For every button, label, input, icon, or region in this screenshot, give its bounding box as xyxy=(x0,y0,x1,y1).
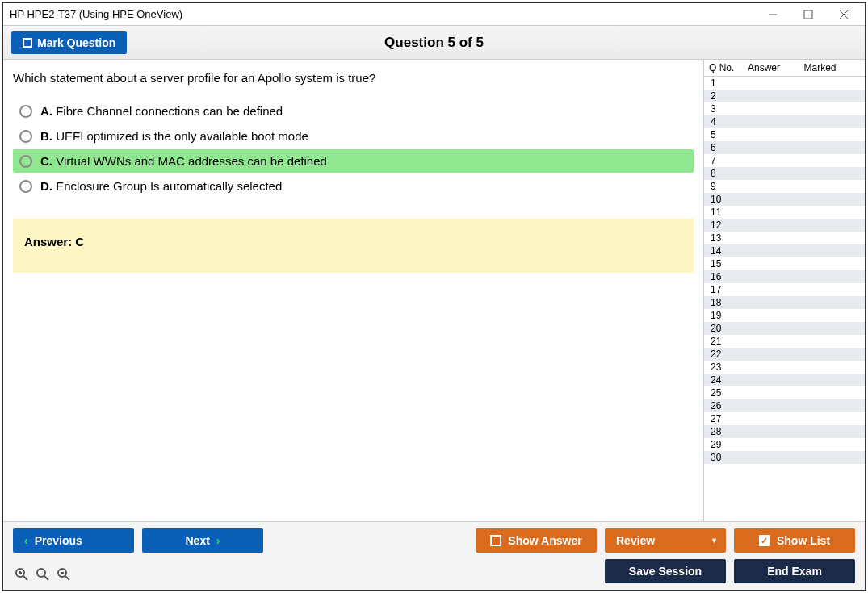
col-header-answer: Answer xyxy=(748,62,804,73)
chevron-right-icon: › xyxy=(216,534,220,547)
save-session-button[interactable]: Save Session xyxy=(605,559,726,583)
radio-icon xyxy=(19,105,32,118)
question-list-row[interactable]: 30 xyxy=(704,451,865,464)
option-C[interactable]: C. Virtual WWNs and MAC addresses can be… xyxy=(13,149,694,173)
checkbox-icon xyxy=(23,38,32,48)
question-list-row[interactable]: 13 xyxy=(704,232,865,244)
bottom-bar: ‹ Previous Next › Show Answer Review ▼ S… xyxy=(3,521,865,590)
question-list-row[interactable]: 12 xyxy=(704,219,865,232)
question-list-row[interactable]: 28 xyxy=(704,425,865,438)
zoom-reset-icon[interactable] xyxy=(34,566,52,583)
question-list-row[interactable]: 25 xyxy=(704,386,865,399)
show-list-label: Show List xyxy=(777,534,830,547)
question-area: Which statement about a server profile f… xyxy=(3,60,703,521)
question-list-row[interactable]: 4 xyxy=(704,115,865,128)
zoom-out-icon[interactable] xyxy=(55,566,73,583)
col-header-marked: Marked xyxy=(804,62,861,73)
header-bar: Mark Question Question 5 of 5 xyxy=(3,26,865,60)
question-list-row[interactable]: 10 xyxy=(704,193,865,206)
close-button[interactable] xyxy=(826,4,862,25)
option-B[interactable]: B. UEFI optimized is the only available … xyxy=(13,124,694,148)
question-list-row[interactable]: 24 xyxy=(704,374,865,386)
question-list-row[interactable]: 8 xyxy=(704,167,865,180)
question-list-row[interactable]: 22 xyxy=(704,348,865,361)
checkbox-icon xyxy=(490,535,501,546)
next-button[interactable]: Next › xyxy=(142,528,263,553)
question-list-row[interactable]: 3 xyxy=(704,102,865,115)
end-exam-button[interactable]: End Exam xyxy=(734,559,855,583)
option-D[interactable]: D. Enclosure Group Is automatically sele… xyxy=(13,174,694,198)
question-text: Which statement about a server profile f… xyxy=(13,71,694,85)
question-list-row[interactable]: 9 xyxy=(704,180,865,193)
question-list-row[interactable]: 14 xyxy=(704,244,865,257)
question-list-row[interactable]: 15 xyxy=(704,257,865,270)
question-list-row[interactable]: 18 xyxy=(704,296,865,309)
question-list-row[interactable]: 29 xyxy=(704,438,865,451)
question-list-row[interactable]: 20 xyxy=(704,322,865,335)
maximize-button[interactable] xyxy=(790,4,826,25)
radio-icon xyxy=(19,130,32,143)
review-label: Review xyxy=(616,534,655,547)
question-list-row[interactable]: 19 xyxy=(704,309,865,322)
mark-question-button[interactable]: Mark Question xyxy=(11,31,127,54)
chevron-left-icon: ‹ xyxy=(24,534,28,547)
svg-line-5 xyxy=(23,576,27,580)
end-exam-label: End Exam xyxy=(767,565,822,578)
minimize-button[interactable] xyxy=(755,4,790,25)
radio-icon xyxy=(19,155,32,168)
question-list-row[interactable]: 16 xyxy=(704,270,865,283)
zoom-in-icon[interactable] xyxy=(13,566,31,583)
question-list-row[interactable]: 7 xyxy=(704,154,865,167)
show-list-button[interactable]: Show List xyxy=(734,528,855,553)
next-label: Next xyxy=(185,534,209,547)
answer-box: Answer: C xyxy=(13,219,694,273)
question-list-row[interactable]: 17 xyxy=(704,283,865,296)
question-list-row[interactable]: 1 xyxy=(704,77,865,90)
checkbox-checked-icon xyxy=(759,535,770,546)
review-dropdown[interactable]: Review ▼ xyxy=(605,528,726,553)
option-label: B. UEFI optimized is the only available … xyxy=(40,129,308,143)
question-list-row[interactable]: 6 xyxy=(704,141,865,154)
question-counter: Question 5 of 5 xyxy=(384,35,484,51)
question-list-row[interactable]: 5 xyxy=(704,128,865,141)
option-label: D. Enclosure Group Is automatically sele… xyxy=(40,179,282,193)
svg-rect-1 xyxy=(804,10,812,19)
option-label: A. Fibre Channel connections can be defi… xyxy=(40,104,283,118)
question-list-row[interactable]: 2 xyxy=(704,90,865,102)
svg-line-11 xyxy=(65,576,69,580)
previous-label: Previous xyxy=(35,534,82,547)
option-label: C. Virtual WWNs and MAC addresses can be… xyxy=(40,154,327,168)
question-list-row[interactable]: 23 xyxy=(704,361,865,374)
radio-icon xyxy=(19,180,32,193)
chevron-down-icon: ▼ xyxy=(711,537,718,545)
show-answer-label: Show Answer xyxy=(508,534,581,547)
previous-button[interactable]: ‹ Previous xyxy=(13,528,134,553)
question-list-row[interactable]: 26 xyxy=(704,399,865,412)
question-list-row[interactable]: 21 xyxy=(704,335,865,348)
answer-label: Answer: C xyxy=(24,235,84,248)
question-list-row[interactable]: 11 xyxy=(704,206,865,219)
title-bar: HP HPE2-T37 (Using HPE OneView) xyxy=(3,3,865,26)
mark-question-label: Mark Question xyxy=(37,36,115,49)
window-title: HP HPE2-T37 (Using HPE OneView) xyxy=(10,8,182,20)
question-list-row[interactable]: 27 xyxy=(704,412,865,425)
save-session-label: Save Session xyxy=(629,565,702,578)
option-A[interactable]: A. Fibre Channel connections can be defi… xyxy=(13,99,694,123)
question-list-body[interactable]: 1234567891011121314151617181920212223242… xyxy=(704,77,865,521)
show-answer-button[interactable]: Show Answer xyxy=(476,528,597,553)
svg-line-9 xyxy=(44,576,48,580)
question-list-panel: Q No. Answer Marked 12345678910111213141… xyxy=(703,60,865,521)
svg-point-8 xyxy=(37,569,45,577)
col-header-qno: Q No. xyxy=(709,62,748,73)
